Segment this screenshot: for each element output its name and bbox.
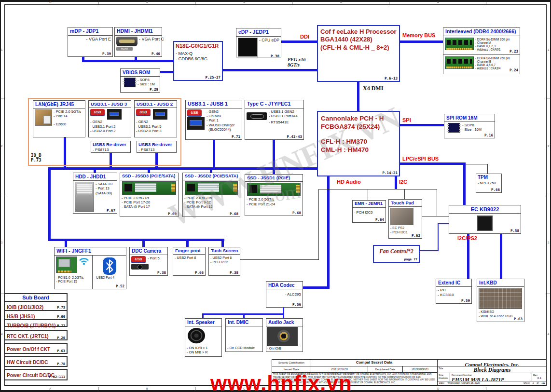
cpu-title-line: (CFL-H & CML-H _ 8+2) [320,44,397,52]
title-label: Title [439,367,443,370]
page-ref: P.39 [102,52,111,56]
block-line: - SATA @ Port 17 [122,204,177,209]
block-title: EC KB9022 [449,205,521,214]
page-ref: P.66 [57,315,65,319]
frame-tick [486,0,486,4]
issued-date-value: 2019/09/20 [311,366,368,372]
wire [438,223,439,251]
security-label: Security Classification [272,360,311,366]
block-line: - USB3.1 GEN2 [269,109,298,114]
block-line: - KC3810 [438,293,470,297]
block-usb3-redriver-2: USB3 Re-driver - PS8713 [137,141,177,153]
page-ref: P.6-13 [385,76,398,81]
block-title: SPI ROM 16M [444,114,495,122]
block-line: - DDR4 So-DIMM 260 pin [475,38,510,41]
company-name: Compal Electronics, Inc. [465,362,519,366]
block-line: - Port 1 [207,118,234,122]
sheet-total: 112 [541,382,545,384]
block-line: - SATA @ Port 12 [184,204,238,209]
block-line: - SATA 3.0 [96,182,112,186]
page-ref: page 77 [404,257,417,261]
usb-logo-icon: USB [131,256,146,262]
bus-label-peg-speed: 8GT/s [288,62,300,68]
block-line: - PS8713 [138,148,175,152]
wire [399,124,444,126]
block-line: - PS8713 [93,148,129,152]
page-ref: P.64 [375,217,384,222]
page-ref: P.68 [230,212,238,216]
pch-title-line: CFL-H : HM370 [321,138,396,146]
block-jusb2: USB3.1 - JUSB 2 USB - GEN2 - USB3.1 Port… [134,100,177,137]
page-ref: P.25-37 [205,75,220,80]
page-ref: P.63 [514,317,523,321]
page-ref: P.58 [510,229,519,233]
page-ref: P.20 [57,336,65,340]
sheet-num: 2 [533,382,534,384]
block-jusb3: USB3.1 - JUSB 3 USB - GEN2 - USB3.1 Port… [88,100,131,137]
block-line: - PCH I2C2 [210,260,238,264]
block-hda-codec: HDA Codec - ALC295 P.56 [266,281,303,308]
block-title: Finger print [173,247,205,255]
frame-tick [292,0,292,4]
block-hdd: HDD - JHDD1 - SATA 3.0 - Port 13 (SATA 0… [73,173,117,214]
dimm-image [445,56,474,69]
block-line: - On M/B [207,114,234,118]
block-title: USB3.1 - JUSB 1 [186,100,242,108]
block-title: mDP - JDP1 [68,27,112,36]
deciphered-date-label: Deciphered Date [368,366,402,372]
bluetooth-icon [103,257,116,275]
date-value: Wednesday, February 26, 2020 [447,382,480,384]
usb-images: USB [187,109,205,138]
block-line: - RTS5441E [269,120,298,124]
wire [48,239,224,241]
ssd-image [122,181,176,195]
usb-port-image [187,117,205,130]
block-line: - ON IO/B > L [187,346,220,350]
block-ec: EC KB9022 P.58 [449,205,521,234]
subboard-extra: Power Circuit DC/DC P.82-111 [4,369,68,380]
bus-label-lpc: LPC/eSPI BUS [402,156,439,162]
frame-tick [195,387,195,391]
block-line: - SOP8 [138,78,155,82]
block-jssd2: SSD - JSSD2 (PCIE/SATA) - PCIE 2.0 5GT/s… [182,173,240,217]
subboard-item: RTC CKT. (JRTC1) P.20 [5,331,67,340]
usb-logo-icon: USB [90,109,105,115]
page-ref: P.24 [510,68,518,72]
block-line: - KSI/KSO [479,310,523,314]
cpu-title-line: Cof f eeLake H Processor [320,28,397,36]
frame-tick [98,0,98,4]
sop8-chip-image [124,78,136,87]
block-line: - Channel A [475,41,510,44]
zone-number: 1 [1,48,2,51]
zone-number: 3 [1,241,2,244]
block-title: TPM [478,175,500,181]
zone-letter: E [437,0,439,3]
subboard-item-label: RTC CKT. (JRTC1) [7,334,49,339]
doc-number-value: FH51M M/B LA-J871P [452,377,530,381]
block-emr: EMR - JEMR1 - PCH I2C0 P.64 [352,200,386,223]
subboard-item: HS/B (JHS1) P.66 [5,310,67,319]
frame-tick [389,0,389,4]
block-line: - Address : 0XA3/4 [475,67,510,70]
frame-tick [195,0,195,4]
frame-tick [547,196,551,196]
block-title: USB3.1 - JUSB 3 [89,101,131,108]
block-line: - PCIE 2.0 5GT/s [247,197,301,202]
block-line: (SATA 0B) [96,191,112,195]
block-wifi: WIFI - JNGFF1 - PCIE1.0 2.5GT/s - PCIE P… [54,247,126,289]
block-title: N18E-G0/G1/G1R [176,43,220,50]
wire [48,167,51,241]
block-touchpad: Touch Pad - EC PS2 - PCH I2C1 P.63 [388,199,422,239]
block-line: - GDDR6 6G/8G [176,56,220,62]
block-title: WIFI - JNGFF1 [55,247,126,256]
iob-label: IO_B P.73 [31,153,41,162]
block-title: Extend IC [436,279,471,287]
block-line: - BANK 0,1,2,3 [475,44,510,48]
zone-letter: A [49,387,51,390]
page-ref: P.69 [168,212,177,216]
keyboard-image [479,288,522,309]
page-ref: P.14-21 [382,171,398,175]
block-line: - Size : 1M [138,82,155,86]
block-line: - PCIE1.0 2.5GT/s [56,276,91,280]
subboard-extra: HW Circuit DC/DC P.78 [4,356,68,367]
